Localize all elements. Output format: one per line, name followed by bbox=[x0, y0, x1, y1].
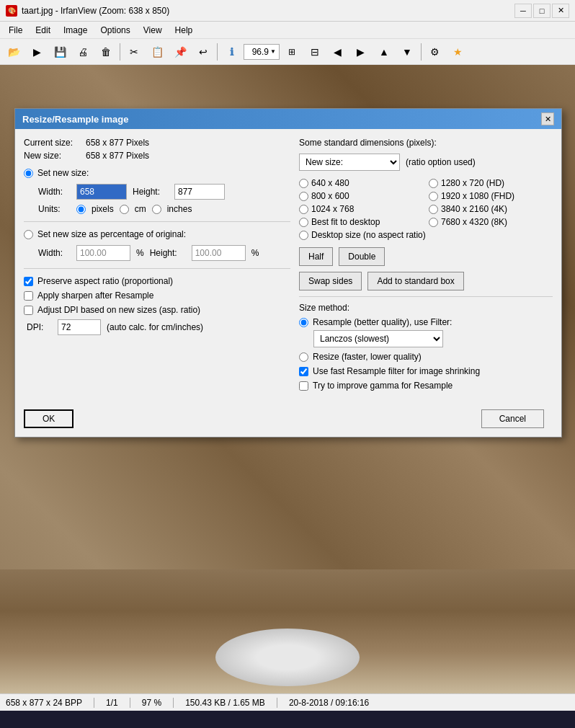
unit-pixels-radio[interactable] bbox=[76, 205, 86, 214]
menu-file[interactable]: File bbox=[3, 24, 28, 37]
dialog-title-text: Resize/Resample image bbox=[22, 114, 128, 125]
width-row: Width: Height: bbox=[24, 184, 290, 200]
close-button[interactable]: ✕ bbox=[552, 4, 569, 18]
half-button[interactable]: Half bbox=[299, 247, 333, 266]
double-button[interactable]: Double bbox=[339, 247, 385, 266]
undo-button[interactable]: ↩ bbox=[192, 42, 214, 62]
gamma-checkbox[interactable] bbox=[299, 381, 308, 391]
window-controls: ─ □ ✕ bbox=[514, 4, 569, 18]
play-button[interactable]: ▶ bbox=[26, 42, 48, 62]
new-size-dropdown[interactable]: New size: bbox=[299, 154, 400, 171]
open-button[interactable]: 📂 bbox=[3, 42, 24, 62]
zoom-fit-button[interactable]: ⊞ bbox=[281, 42, 303, 62]
add-standard-box-button[interactable]: Add to standard box bbox=[367, 272, 463, 290]
status-sep-2 bbox=[130, 698, 130, 708]
dim-1024-radio[interactable] bbox=[299, 205, 308, 214]
paste-button[interactable]: 📌 bbox=[169, 42, 191, 62]
sharpen-checkbox[interactable] bbox=[24, 291, 33, 301]
dpi-input[interactable] bbox=[58, 319, 101, 335]
dpi-note: (auto calc. for cm/inches) bbox=[107, 322, 203, 332]
minimize-button[interactable]: ─ bbox=[514, 4, 532, 18]
dim-1920-radio[interactable] bbox=[429, 192, 438, 201]
up-button[interactable]: ▲ bbox=[373, 42, 395, 62]
new-size-dropdown-row: New size: (ratio option used) bbox=[299, 154, 553, 171]
dim-bestfit-row: Best fit to desktop bbox=[299, 217, 423, 227]
size-info: Current size: 658 x 877 Pixels New size:… bbox=[24, 138, 290, 161]
settings-button[interactable]: ⚙ bbox=[424, 42, 446, 62]
dim-bestfit-radio[interactable] bbox=[299, 218, 308, 227]
dim-800-radio[interactable] bbox=[299, 192, 308, 201]
pct-height-symbol: % bbox=[251, 248, 259, 258]
resize-radio[interactable] bbox=[299, 352, 308, 362]
aspect-ratio-row: Preserve aspect ratio (proportional) bbox=[24, 276, 290, 286]
menu-edit[interactable]: Edit bbox=[30, 24, 56, 37]
fast-resample-checkbox[interactable] bbox=[299, 367, 308, 376]
unit-cm-label: cm bbox=[135, 204, 146, 214]
toolbar-separator-2 bbox=[217, 43, 218, 61]
set-new-size-radio[interactable] bbox=[24, 169, 33, 178]
cancel-button[interactable]: Cancel bbox=[481, 409, 544, 428]
aspect-ratio-checkbox[interactable] bbox=[24, 277, 33, 286]
menu-options[interactable]: Options bbox=[94, 24, 135, 37]
dim-3840-radio[interactable] bbox=[429, 205, 438, 214]
next-button[interactable]: ▶ bbox=[350, 42, 372, 62]
dim-640-radio[interactable] bbox=[299, 179, 308, 188]
dim-7680-radio[interactable] bbox=[429, 218, 438, 227]
unit-inches-radio[interactable] bbox=[152, 205, 161, 214]
fast-resample-row: Use fast Resample filter for image shrin… bbox=[299, 366, 553, 376]
down-button[interactable]: ▼ bbox=[396, 42, 418, 62]
main-image-area: Resize/Resample image ✕ Current size: 65… bbox=[0, 65, 575, 711]
pct-width-label: Width: bbox=[38, 248, 71, 258]
pct-inputs-row: Width: % Height: % bbox=[24, 245, 290, 261]
status-datetime: 20-8-2018 / 09:16:16 bbox=[289, 698, 369, 708]
menu-image[interactable]: Image bbox=[58, 24, 93, 37]
menu-help[interactable]: Help bbox=[169, 24, 199, 37]
dim-desktop-radio[interactable] bbox=[299, 231, 308, 240]
info-button[interactable]: ℹ bbox=[220, 42, 242, 62]
units-row: Units: pixels cm inches bbox=[24, 204, 290, 214]
width-input[interactable] bbox=[76, 184, 127, 200]
filter-dropdown[interactable]: Lanczos (slowest) bbox=[313, 330, 443, 347]
dim-1024-row: 1024 x 768 bbox=[299, 204, 423, 214]
dpi-adjust-label: Adjust DPI based on new sizes (asp. rati… bbox=[37, 305, 200, 315]
resample-radio-row: Resample (better quality), use Filter: bbox=[299, 317, 553, 327]
height-input[interactable] bbox=[174, 184, 225, 200]
resample-radio[interactable] bbox=[299, 318, 308, 327]
width-label: Width: bbox=[38, 187, 71, 197]
ok-button[interactable]: OK bbox=[24, 409, 73, 428]
maximize-button[interactable]: □ bbox=[533, 4, 551, 18]
prev-button[interactable]: ◀ bbox=[327, 42, 349, 62]
dpi-adjust-checkbox[interactable] bbox=[24, 306, 33, 315]
menu-view[interactable]: View bbox=[138, 24, 168, 37]
zoom-out-button[interactable]: ⊟ bbox=[304, 42, 326, 62]
save-button[interactable]: 💾 bbox=[49, 42, 71, 62]
checkboxes-section: Preserve aspect ratio (proportional) App… bbox=[24, 268, 290, 335]
unit-inches-label: inches bbox=[167, 204, 192, 214]
right-panel-title: Some standard dimensions (pixels): bbox=[299, 138, 553, 148]
pct-height-input[interactable] bbox=[192, 245, 246, 261]
delete-button[interactable]: 🗑 bbox=[95, 42, 117, 62]
star-button[interactable]: ★ bbox=[447, 42, 469, 62]
set-new-size-row: Set new size: bbox=[24, 168, 290, 178]
aspect-ratio-label: Preserve aspect ratio (proportional) bbox=[37, 276, 173, 286]
swap-sides-button[interactable]: Swap sides bbox=[299, 272, 362, 290]
zoom-control: 96.9 ▼ bbox=[244, 44, 280, 60]
print-button[interactable]: 🖨 bbox=[72, 42, 94, 62]
unit-cm-radio[interactable] bbox=[120, 205, 129, 214]
pct-height-label: Height: bbox=[150, 248, 186, 258]
gamma-row: Try to improve gamma for Resample bbox=[299, 381, 553, 391]
dpi-input-row: DPI: (auto calc. for cm/inches) bbox=[24, 319, 290, 335]
dialog-close-button[interactable]: ✕ bbox=[541, 112, 554, 125]
copy-button[interactable]: 📋 bbox=[146, 42, 168, 62]
status-bar: 658 x 877 x 24 BPP 1/1 97 % 150.43 KB / … bbox=[0, 693, 575, 711]
toolbar: 📂 ▶ 💾 🖨 🗑 ✂ 📋 📌 ↩ ℹ 96.9 ▼ ⊞ ⊟ ◀ ▶ ▲ ▼ ⚙… bbox=[0, 39, 575, 65]
pct-width-input[interactable] bbox=[76, 245, 130, 261]
dim-1280-radio[interactable] bbox=[429, 179, 438, 188]
current-size-label: Current size: bbox=[24, 138, 81, 148]
gamma-label: Try to improve gamma for Resample bbox=[313, 381, 453, 391]
status-dimensions: 658 x 877 x 24 BPP bbox=[6, 698, 82, 708]
cut-button[interactable]: ✂ bbox=[123, 42, 145, 62]
zoom-dropdown-arrow[interactable]: ▼ bbox=[270, 48, 276, 55]
dim-800-row: 800 x 600 bbox=[299, 191, 423, 201]
set-pct-radio[interactable] bbox=[24, 230, 33, 239]
